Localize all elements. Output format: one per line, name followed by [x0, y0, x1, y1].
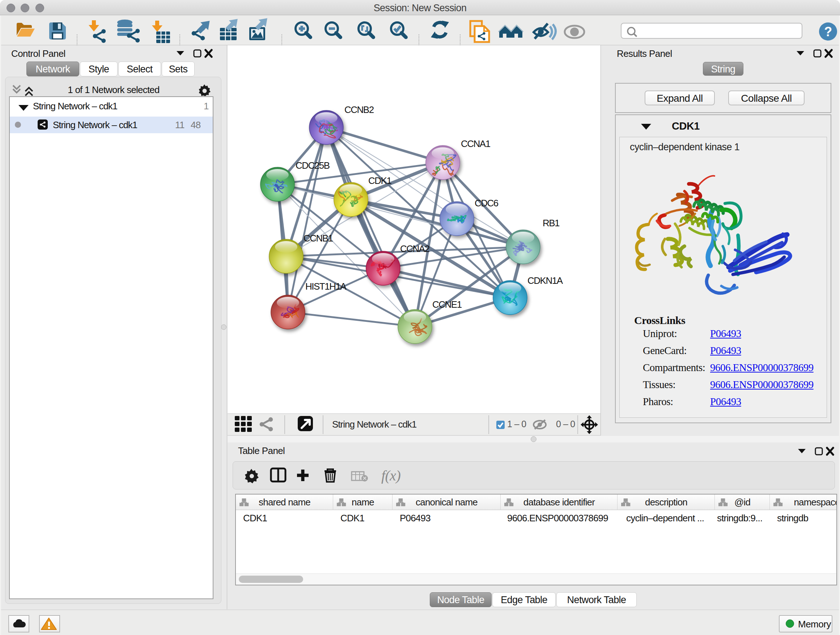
svg-text:CDC25B: CDC25B — [295, 160, 330, 171]
svg-text:CDC6: CDC6 — [475, 198, 499, 209]
svg-text:?: ? — [824, 24, 832, 39]
svg-text:HIST1H1A: HIST1H1A — [305, 281, 347, 292]
svg-text:CCNB1: CCNB1 — [303, 233, 333, 244]
svg-text:CCNA2: CCNA2 — [400, 243, 430, 254]
svg-text:CDKN1A: CDKN1A — [527, 275, 563, 286]
svg-text:CCNE1: CCNE1 — [432, 299, 462, 310]
svg-text:CCNB2: CCNB2 — [344, 104, 374, 115]
svg-text:RB1: RB1 — [543, 218, 560, 228]
svg-text:CCNA1: CCNA1 — [461, 138, 491, 149]
svg-text:CDK1: CDK1 — [368, 175, 392, 186]
svg-text:f(x): f(x) — [381, 467, 401, 484]
